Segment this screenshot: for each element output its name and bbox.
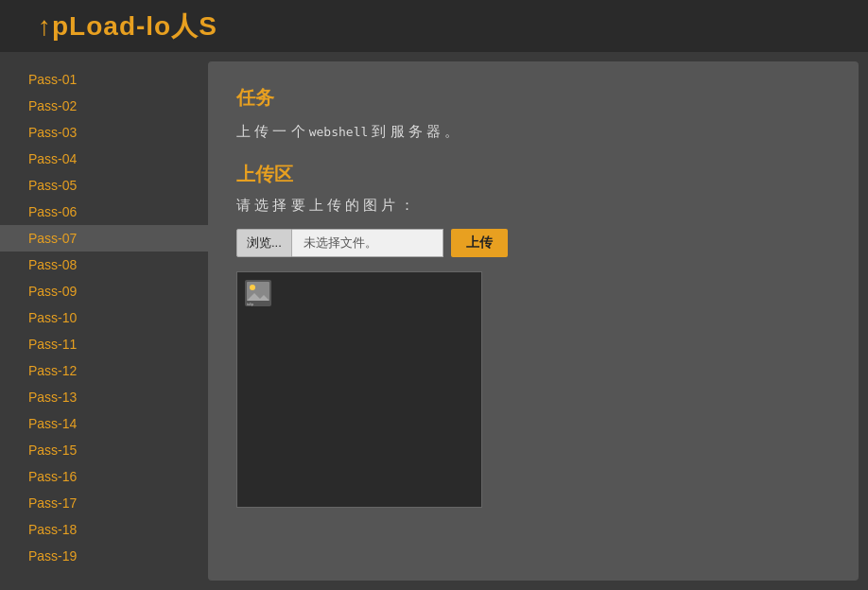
upload-section-title: 上传区 <box>236 162 830 187</box>
sidebar-item-pass-18[interactable]: Pass-18 <box>0 516 208 543</box>
sidebar-item-pass-03[interactable]: Pass-03 <box>0 119 208 146</box>
upload-row: 浏览... 未选择文件。 上传 <box>236 229 830 257</box>
sidebar-item-pass-02[interactable]: Pass-02 <box>0 93 208 119</box>
sidebar-item-pass-08[interactable]: Pass-08 <box>0 252 208 278</box>
task-desc-suffix: 到 服 务 器 。 <box>368 123 459 139</box>
sidebar-item-pass-05[interactable]: Pass-05 <box>0 172 208 199</box>
task-desc-code: webshell <box>309 125 369 139</box>
image-preview-icon: tulip <box>245 280 271 306</box>
app-title: ↑pLoad-lo人S <box>38 9 217 44</box>
sidebar-item-pass-19[interactable]: Pass-19 <box>0 543 208 569</box>
svg-point-3 <box>250 285 255 290</box>
upload-prompt: 请 选 择 要 上 传 的 图 片 ： <box>236 197 830 215</box>
sidebar-item-pass-12[interactable]: Pass-12 <box>0 357 208 384</box>
sidebar-item-pass-16[interactable]: Pass-16 <box>0 463 208 490</box>
content-area: 任务 上 传 一 个 webshell 到 服 务 器 。 上传区 请 选 择 … <box>208 61 859 581</box>
file-name-display: 未选择文件。 <box>292 229 443 257</box>
upload-button[interactable]: 上传 <box>451 229 508 257</box>
sidebar-item-pass-13[interactable]: Pass-13 <box>0 384 208 410</box>
task-desc-prefix: 上 传 一 个 <box>236 123 309 139</box>
task-title: 任务 <box>236 85 830 111</box>
sidebar-item-pass-06[interactable]: Pass-06 <box>0 199 208 225</box>
main-layout: Pass-01Pass-02Pass-03Pass-04Pass-05Pass-… <box>0 52 868 590</box>
task-description: 上 传 一 个 webshell 到 服 务 器 。 <box>236 120 830 143</box>
sidebar-item-pass-01[interactable]: Pass-01 <box>0 66 208 93</box>
image-preview-box: tulip <box>236 271 482 508</box>
sidebar-item-pass-10[interactable]: Pass-10 <box>0 304 208 331</box>
sidebar-item-pass-11[interactable]: Pass-11 <box>0 331 208 357</box>
svg-text:tulip: tulip <box>247 302 254 306</box>
sidebar-item-pass-04[interactable]: Pass-04 <box>0 146 208 172</box>
sidebar-item-pass-17[interactable]: Pass-17 <box>0 490 208 516</box>
sidebar-item-pass-07[interactable]: Pass-07 <box>0 225 208 252</box>
header: ↑pLoad-lo人S <box>0 0 868 52</box>
sidebar-item-pass-14[interactable]: Pass-14 <box>0 410 208 437</box>
sidebar: Pass-01Pass-02Pass-03Pass-04Pass-05Pass-… <box>0 52 208 590</box>
sidebar-item-pass-09[interactable]: Pass-09 <box>0 278 208 304</box>
browse-button[interactable]: 浏览... <box>236 229 292 257</box>
sidebar-item-pass-15[interactable]: Pass-15 <box>0 437 208 463</box>
